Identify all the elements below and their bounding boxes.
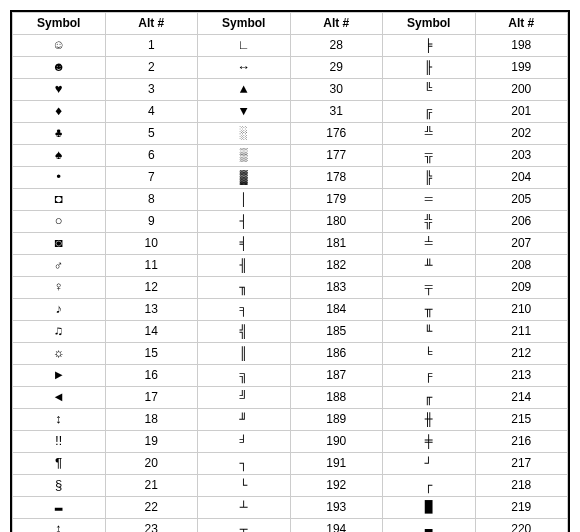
symbol-cell: └	[198, 475, 291, 497]
table-row: ◙10╡181╧207	[13, 233, 568, 255]
symbol-cell: ╤	[383, 277, 476, 299]
symbol-cell: ╢	[198, 255, 291, 277]
table-row: ☺1∟28╞198	[13, 35, 568, 57]
alt-code-cell: 200	[475, 79, 568, 101]
symbol-cell: ╡	[198, 233, 291, 255]
alt-code-cell: 183	[290, 277, 383, 299]
symbol-cell: ♥	[13, 79, 106, 101]
table-row: §21└192┌218	[13, 475, 568, 497]
alt-code-cell: 18	[105, 409, 198, 431]
alt-code-cell: 6	[105, 145, 198, 167]
alt-code-cell: 179	[290, 189, 383, 211]
symbol-cell: •	[13, 167, 106, 189]
symbol-cell: ◄	[13, 387, 106, 409]
symbol-cell: ↨	[13, 519, 106, 533]
alt-code-cell: 2	[105, 57, 198, 79]
table-row: •7▓178╠204	[13, 167, 568, 189]
symbol-cell: ╪	[383, 431, 476, 453]
table-row: ☼15║186╘212	[13, 343, 568, 365]
alt-code-cell: 215	[475, 409, 568, 431]
alt-code-cell: 4	[105, 101, 198, 123]
symbol-cell: ╦	[383, 145, 476, 167]
alt-code-cell: 208	[475, 255, 568, 277]
table-row: ◘8│179═205	[13, 189, 568, 211]
alt-code-grid: Symbol Alt # Symbol Alt # Symbol Alt # ☺…	[12, 12, 568, 532]
alt-code-cell: 16	[105, 365, 198, 387]
symbol-cell: ╨	[383, 255, 476, 277]
table-row: ◄17╝188╓214	[13, 387, 568, 409]
alt-code-cell: 210	[475, 299, 568, 321]
symbol-cell: ╜	[198, 409, 291, 431]
symbol-cell: §	[13, 475, 106, 497]
symbol-cell: ▼	[198, 101, 291, 123]
col-header-symbol-3: Symbol	[383, 13, 476, 35]
alt-code-cell: 198	[475, 35, 568, 57]
alt-code-cell: 14	[105, 321, 198, 343]
alt-code-cell: 189	[290, 409, 383, 431]
alt-code-cell: 181	[290, 233, 383, 255]
table-body: ☺1∟28╞198☻2↔29╟199♥3▲30╚200♦4▼31╔201♣5░1…	[13, 35, 568, 533]
symbol-cell: ♫	[13, 321, 106, 343]
alt-code-cell: 17	[105, 387, 198, 409]
symbol-cell: ┬	[198, 519, 291, 533]
symbol-cell: ╔	[383, 101, 476, 123]
symbol-cell: ♀	[13, 277, 106, 299]
alt-code-table: Symbol Alt # Symbol Alt # Symbol Alt # ☺…	[10, 10, 570, 532]
symbol-cell: ╚	[383, 79, 476, 101]
symbol-cell: ╟	[383, 57, 476, 79]
symbol-cell: ╛	[198, 431, 291, 453]
alt-code-cell: 186	[290, 343, 383, 365]
alt-code-cell: 205	[475, 189, 568, 211]
alt-code-cell: 214	[475, 387, 568, 409]
alt-code-cell: 22	[105, 497, 198, 519]
alt-code-cell: 180	[290, 211, 383, 233]
symbol-cell: █	[383, 497, 476, 519]
alt-code-cell: 9	[105, 211, 198, 233]
symbol-cell: ►	[13, 365, 106, 387]
alt-code-cell: 190	[290, 431, 383, 453]
symbol-cell: ╬	[383, 211, 476, 233]
symbol-cell: ♣	[13, 123, 106, 145]
table-row: ☻2↔29╟199	[13, 57, 568, 79]
symbol-cell: ╞	[383, 35, 476, 57]
alt-code-cell: 220	[475, 519, 568, 533]
table-row: ♥3▲30╚200	[13, 79, 568, 101]
alt-code-cell: 176	[290, 123, 383, 145]
alt-code-cell: 192	[290, 475, 383, 497]
symbol-cell: ¶	[13, 453, 106, 475]
table-row: ↕18╜189╫215	[13, 409, 568, 431]
alt-code-cell: 218	[475, 475, 568, 497]
alt-code-cell: 12	[105, 277, 198, 299]
table-row: ♂11╢182╨208	[13, 255, 568, 277]
alt-code-cell: 187	[290, 365, 383, 387]
alt-code-cell: 206	[475, 211, 568, 233]
alt-code-cell: 199	[475, 57, 568, 79]
table-row: ♣5░176╩202	[13, 123, 568, 145]
symbol-cell: ♦	[13, 101, 106, 123]
alt-code-cell: 8	[105, 189, 198, 211]
table-row: ♀12╖183╤209	[13, 277, 568, 299]
symbol-cell: ╧	[383, 233, 476, 255]
symbol-cell: ╙	[383, 321, 476, 343]
symbol-cell: ╥	[383, 299, 476, 321]
alt-code-cell: 185	[290, 321, 383, 343]
symbol-cell: ◙	[13, 233, 106, 255]
alt-code-cell: 29	[290, 57, 383, 79]
alt-code-cell: 23	[105, 519, 198, 533]
alt-code-cell: 219	[475, 497, 568, 519]
alt-code-cell: 209	[475, 277, 568, 299]
symbol-cell: ╣	[198, 321, 291, 343]
alt-code-cell: 191	[290, 453, 383, 475]
alt-code-cell: 28	[290, 35, 383, 57]
symbol-cell: ▄	[383, 519, 476, 533]
symbol-cell: ▲	[198, 79, 291, 101]
symbol-cell: ╒	[383, 365, 476, 387]
alt-code-cell: 1	[105, 35, 198, 57]
symbol-cell: │	[198, 189, 291, 211]
symbol-cell: ☼	[13, 343, 106, 365]
table-row: ♪13╕184╥210	[13, 299, 568, 321]
alt-code-cell: 212	[475, 343, 568, 365]
symbol-cell: ═	[383, 189, 476, 211]
symbol-cell: ♂	[13, 255, 106, 277]
symbol-cell: ╫	[383, 409, 476, 431]
